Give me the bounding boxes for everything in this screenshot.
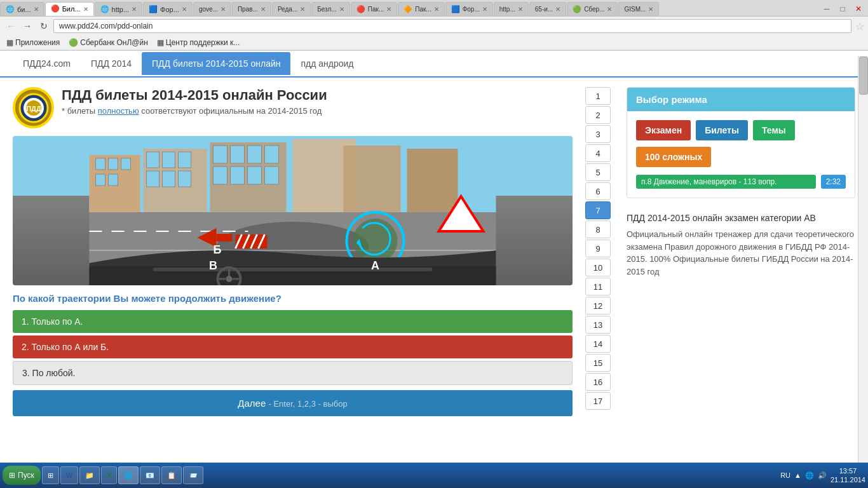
mode-buttons: Экзамен Билеты Темы [636,120,846,140]
mode-100-button[interactable]: 100 сложных [636,147,711,167]
taskbar-item-windows[interactable]: ⊞ [42,466,59,483]
tab-close-3[interactable]: ✕ [132,6,137,13]
back-btn[interactable]: ← [4,19,18,33]
start-label: Пуск [18,471,34,480]
bookmark-support[interactable]: ▦ Центр поддержки к... [154,37,243,48]
maximize-btn[interactable]: □ [836,2,850,16]
tab-1[interactable]: 🌐 би... ✕ [0,2,44,16]
num-btn-16[interactable]: 16 [585,373,611,391]
taskbar-item-outlook[interactable]: 📨 [183,466,203,483]
tab-2[interactable]: 🔴 Бил... ✕ [45,2,94,16]
taskbar-arrow-up-icon[interactable]: ▲ [794,471,801,479]
svg-rect-23 [214,166,227,184]
taskbar-item-clipboard[interactable]: 📋 [161,466,182,483]
mode-exam-button[interactable]: Экзамен [636,120,691,140]
num-btn-3[interactable]: 3 [585,125,611,143]
num-btn-13[interactable]: 13 [585,316,611,334]
num-btn-5[interactable]: 5 [585,163,611,181]
num-btn-7[interactable]: 7 [585,201,611,219]
bookmark-apps[interactable]: ▦ Приложения [4,37,62,48]
forward-btn[interactable]: → [20,19,34,33]
tab-close-11[interactable]: ✕ [482,6,487,13]
bookmark-sberbank[interactable]: 🟢 Сбербанк ОнЛ@йн [66,37,151,48]
num-btn-12[interactable]: 12 [585,297,611,315]
tab-5[interactable]: gove... ✕ [193,2,231,16]
num-btn-1[interactable]: 1 [585,87,611,105]
scrollbar-thumb[interactable] [859,57,868,95]
num-btn-10[interactable]: 10 [585,259,611,276]
next-button[interactable]: Далее - Enter, 1,2,3 - выбор [13,390,573,416]
num-btn-11[interactable]: 11 [585,278,611,295]
mode-tickets-button[interactable]: Билеты [696,120,748,140]
bookmark-sberbank-label: Сбербанк ОнЛ@йн [80,38,148,47]
windows-icon: ⊞ [9,471,15,480]
close-btn[interactable]: ✕ [851,2,865,16]
tab-close-9[interactable]: ✕ [386,6,391,13]
svg-rect-7 [109,158,118,170]
tab-close-14[interactable]: ✕ [607,6,612,13]
num-btn-15[interactable]: 15 [585,354,611,372]
answer-option-1[interactable]: 1. Только по А. [13,310,573,333]
tab-close-6[interactable]: ✕ [261,6,266,13]
tab-3[interactable]: 🌐 http... ✕ [95,2,143,16]
taskbar-item-excel[interactable]: X [101,466,117,483]
num-btn-4[interactable]: 4 [585,144,611,162]
num-btn-9[interactable]: 9 [585,240,611,257]
number-column: 1 2 3 4 5 6 7 8 9 10 11 12 13 14 15 16 1… [585,87,614,459]
tab-9[interactable]: 🔴 Пак... ✕ [351,2,397,16]
taskbar-right: RU ▲ 🌐 🔊 13:57 21.11.2014 [780,466,865,483]
tab-favicon-11: 🟦 [451,5,460,14]
tab-favicon-10: 🔶 [403,5,412,14]
tab-close-5[interactable]: ✕ [220,6,226,13]
tab-close-15[interactable]: ✕ [648,6,653,13]
tab-8[interactable]: Безл... ✕ [311,2,350,16]
sitenav-item-android[interactable]: пдд андроид [290,52,363,75]
tab-4[interactable]: 🟦 Фор... ✕ [143,2,193,16]
refresh-btn[interactable]: ↻ [37,19,51,33]
mail-icon: 📧 [146,471,154,480]
num-btn-14[interactable]: 14 [585,335,611,353]
bookmark-star[interactable]: ☆ [855,20,864,32]
taskbar-item-files[interactable]: 📁 [79,466,100,483]
taskbar-item-word[interactable]: W [60,466,78,483]
tab-11[interactable]: 🟦 Фор... ✕ [445,2,493,16]
tab-close-1[interactable]: ✕ [34,6,39,13]
tab-15[interactable]: GISM... ✕ [618,2,659,16]
tab-label-7: Реда... [278,6,297,13]
sitenav-item-tickets[interactable]: ПДД билеты 2014-2015 онлайн [142,52,290,75]
answer-option-2[interactable]: 2. Только по А или Б. [13,336,573,358]
minimize-btn[interactable]: ─ [820,2,834,16]
tab-label-14: Сбер... [584,6,604,13]
num-btn-2[interactable]: 2 [585,106,611,124]
tab-close-4[interactable]: ✕ [182,6,187,13]
tab-close-2[interactable]: ✕ [83,6,88,13]
tab-close-7[interactable]: ✕ [300,6,305,13]
taskbar-item-mail[interactable]: 📧 [140,466,160,483]
tab-close-8[interactable]: ✕ [339,6,344,13]
tab-7[interactable]: Реда... ✕ [272,2,311,16]
taskbar-item-chrome[interactable]: 🌐 [118,466,139,483]
subtitle-link[interactable]: полностью [98,106,139,116]
scrollbar-track[interactable] [858,56,868,463]
tab-14[interactable]: 🟢 Сбер... ✕ [567,2,618,16]
tab-6[interactable]: Прав... ✕ [232,2,271,16]
taskbar-clock[interactable]: 13:57 21.11.2014 [831,466,865,483]
taskbar-volume-icon[interactable]: 🔊 [818,471,827,480]
tab-12[interactable]: http... ✕ [494,2,529,16]
tab-13[interactable]: 65-и... ✕ [529,2,566,16]
tab-label-12: http... [499,6,515,13]
mode-themes-button[interactable]: Темы [753,120,795,140]
tab-10[interactable]: 🔶 Пак... ✕ [398,2,444,16]
sitenav-item-pdd2014[interactable]: ПДД 2014 [81,52,142,75]
answer-option-3[interactable]: 3. По любой. [13,361,573,385]
tab-close-10[interactable]: ✕ [434,6,439,13]
num-btn-17[interactable]: 17 [585,392,611,410]
tab-close-13[interactable]: ✕ [555,6,560,13]
start-button[interactable]: ⊞ Пуск [3,466,41,483]
sitenav-item-home[interactable]: ПДД24.com [13,52,81,75]
tab-close-12[interactable]: ✕ [518,6,523,13]
taskbar-network-icon[interactable]: 🌐 [805,471,814,480]
num-btn-6[interactable]: 6 [585,182,611,200]
num-btn-8[interactable]: 8 [585,220,611,238]
address-input[interactable] [53,19,851,33]
